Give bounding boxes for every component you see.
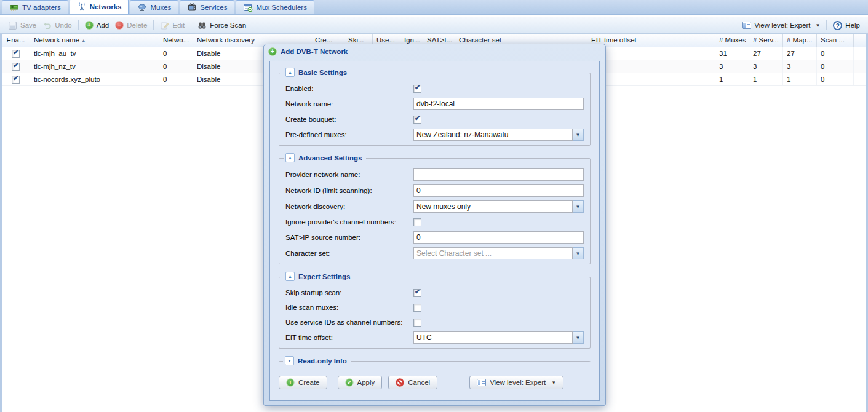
dialog-footer: Create Apply Cancel View level: Expert xyxy=(277,376,592,389)
collapse-toggle-icon[interactable] xyxy=(285,68,295,77)
tab-mux-schedulers[interactable]: Mux Schedulers xyxy=(236,0,314,14)
field-label-skip-startup-scan: Skip startup scan: xyxy=(285,289,413,296)
collapse-toggle-icon[interactable] xyxy=(285,272,295,281)
dialog-title: Add DVB-T Network xyxy=(281,48,348,55)
tab-label: Services xyxy=(200,4,227,11)
create-button[interactable]: Create xyxy=(279,376,327,389)
satip-source-number-input[interactable] xyxy=(413,231,584,244)
tab-services[interactable]: Services xyxy=(180,0,234,14)
apply-button[interactable]: Apply xyxy=(338,376,383,389)
network-id-input[interactable] xyxy=(413,184,584,197)
delete-button[interactable]: Delete xyxy=(112,20,150,31)
row-enabled-checkbox[interactable] xyxy=(12,63,20,71)
fieldset-basic-settings: Basic Settings Enabled: Network name: Cr… xyxy=(279,73,591,146)
field-label-use-service-ids: Use service IDs as channel numbers: xyxy=(285,319,413,326)
cell-network-name: tic-nocords.xyz_pluto xyxy=(30,73,159,85)
cell-network: 0 xyxy=(159,60,193,73)
ignore-channel-numbers-checkbox[interactable] xyxy=(413,218,421,226)
field-label-create-bouquet: Create bouquet: xyxy=(285,116,413,123)
provider-network-name-input[interactable] xyxy=(413,168,584,181)
antenna-icon xyxy=(77,2,87,12)
fieldset-legend: Expert Settings xyxy=(284,272,354,281)
add-button[interactable]: Add xyxy=(82,20,112,31)
network-name-input[interactable] xyxy=(413,98,584,110)
tv-set-icon xyxy=(187,2,197,12)
fieldset-expert-settings: Expert Settings Skip startup scan: Idle … xyxy=(279,277,591,349)
eit-time-offset-combo[interactable] xyxy=(413,331,573,344)
toolbar-separator xyxy=(153,20,154,30)
cell-num-mapped: 1 xyxy=(783,73,817,85)
tab-networks[interactable]: Networks xyxy=(70,0,129,14)
field-label-satip-source-number: SAT>IP source number: xyxy=(285,234,413,241)
column-header-network-name[interactable]: Network name xyxy=(30,34,159,47)
combo-trigger-icon[interactable] xyxy=(573,331,584,344)
help-button[interactable]: Help xyxy=(830,20,863,31)
create-bouquet-checkbox[interactable] xyxy=(413,116,421,124)
column-header-enabled[interactable]: Ena... xyxy=(2,34,30,47)
column-header-num-mapped[interactable]: # Map... xyxy=(783,34,817,47)
dialog-titlebar[interactable]: Add DVB-T Network xyxy=(264,44,605,59)
column-header-num-muxes[interactable]: # Muxes xyxy=(715,34,749,47)
tab-label: Muxes xyxy=(150,4,171,11)
fieldset-legend: Read-only Info xyxy=(283,356,351,365)
view-level-toolbar-button[interactable]: View level: Expert xyxy=(739,20,823,30)
cell-num-services: 27 xyxy=(749,47,783,60)
force-scan-binoculars-icon xyxy=(197,21,207,30)
tv-adapter-card-icon xyxy=(9,2,19,12)
row-enabled-checkbox[interactable] xyxy=(12,50,20,58)
field-label-provider-network-name: Provider network name: xyxy=(285,171,413,178)
cell-num-services: 3 xyxy=(749,60,783,73)
dialog-form-panel: Basic Settings Enabled: Network name: Cr… xyxy=(269,61,600,401)
view-level-dialog-button[interactable]: View level: Expert xyxy=(469,376,563,389)
undo-button[interactable]: Undo xyxy=(39,20,75,31)
column-header-filler xyxy=(854,34,866,47)
collapse-toggle-icon[interactable] xyxy=(285,153,295,162)
cell-num-services: 1 xyxy=(749,73,783,85)
cell-num-mapped: 3 xyxy=(783,60,817,73)
idle-scan-muxes-checkbox[interactable] xyxy=(413,304,421,312)
cell-network: 0 xyxy=(159,73,193,85)
expand-toggle-icon[interactable] xyxy=(285,356,294,365)
tab-muxes[interactable]: Muxes xyxy=(130,0,178,14)
undo-icon xyxy=(42,21,52,30)
enabled-checkbox[interactable] xyxy=(413,85,421,93)
combo-trigger-icon[interactable] xyxy=(573,129,584,141)
help-label: Help xyxy=(845,22,860,29)
cell-num-mapped: 27 xyxy=(783,47,817,60)
save-icon xyxy=(8,21,17,30)
skip-startup-scan-checkbox[interactable] xyxy=(413,289,421,297)
combo-trigger-icon[interactable] xyxy=(573,247,584,259)
view-level-icon xyxy=(742,22,751,29)
row-enabled-checkbox[interactable] xyxy=(12,76,20,84)
column-header-num-services[interactable]: # Serv... xyxy=(749,34,783,47)
field-label-idle-scan-muxes: Idle scan muxes: xyxy=(285,304,413,311)
add-dvbt-network-dialog: Add DVB-T Network Basic Settings Enabled… xyxy=(263,44,606,406)
combo-trigger-icon[interactable] xyxy=(573,200,584,213)
field-label-character-set: Character set: xyxy=(285,250,413,257)
cell-scan: 0 xyxy=(817,73,854,85)
apply-icon xyxy=(345,378,353,386)
column-header-network[interactable]: Netwo... xyxy=(159,34,193,47)
cancel-button[interactable]: Cancel xyxy=(388,376,437,389)
add-icon xyxy=(85,21,94,30)
fieldset-readonly-info: Read-only Info xyxy=(279,361,591,365)
toolbar-separator xyxy=(826,20,827,30)
edit-button[interactable]: Edit xyxy=(157,20,188,31)
save-button[interactable]: Save xyxy=(5,20,39,31)
add-label: Add xyxy=(97,22,109,29)
add-icon xyxy=(268,47,277,56)
tab-tv-adapters[interactable]: TV adapters xyxy=(2,0,68,14)
network-discovery-combo[interactable] xyxy=(413,200,573,213)
delete-label: Delete xyxy=(127,22,147,29)
save-label: Save xyxy=(20,22,36,29)
view-level-icon xyxy=(477,379,486,386)
cell-network-name: tic-mjh_nz_tv xyxy=(30,60,159,73)
field-label-predefined-muxes: Pre-defined muxes: xyxy=(285,131,413,138)
use-service-ids-checkbox[interactable] xyxy=(413,319,421,327)
column-header-scan[interactable]: Scan ... xyxy=(817,34,854,47)
cell-network: 0 xyxy=(159,47,193,60)
character-set-combo[interactable] xyxy=(413,247,573,259)
column-header-eit-time-offset[interactable]: EIT time offset xyxy=(587,34,715,47)
predefined-muxes-combo[interactable] xyxy=(413,129,573,141)
force-scan-button[interactable]: Force Scan xyxy=(194,20,249,31)
